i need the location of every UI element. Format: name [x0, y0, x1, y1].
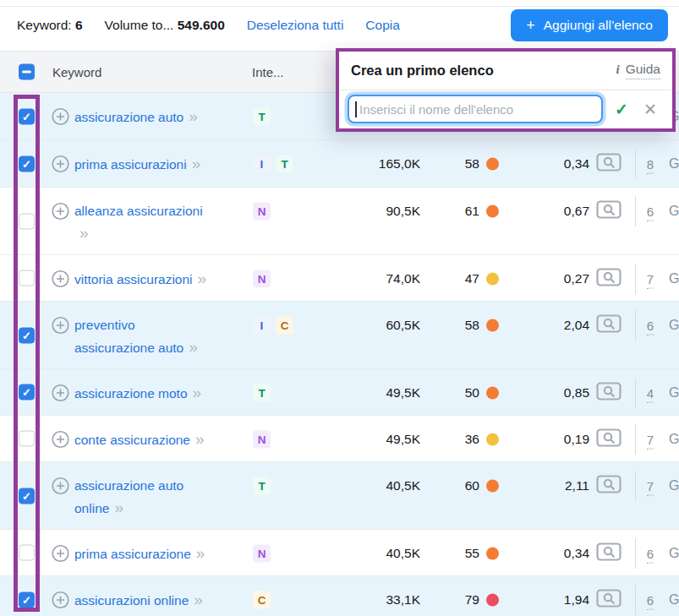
kd-dot — [486, 319, 499, 332]
row-checkbox[interactable] — [19, 431, 35, 447]
table-row: vittoria assicurazioni» N 74,0K 47 0,27 … — [0, 255, 679, 302]
serp-features-count[interactable]: 7 — [639, 479, 661, 493]
popup-title: Crea un primo elenco — [351, 63, 494, 79]
table-row: ✓ assicurazione autoonline» T 40,5K 60 2… — [0, 462, 679, 530]
copy-link[interactable]: Copia — [365, 18, 400, 33]
cpc-value: 0,19 — [517, 432, 589, 447]
row-checkbox[interactable]: ✓ — [19, 108, 35, 124]
keyword-link[interactable]: assicurazioni online» — [74, 589, 242, 612]
serp-preview-icon[interactable] — [596, 267, 622, 291]
column-header-keyword[interactable]: Keyword — [52, 65, 101, 79]
keyword-link[interactable]: conte assicurazione» — [74, 428, 242, 451]
volume-value: 49,5K — [342, 385, 420, 401]
kd-dot — [486, 548, 499, 560]
row-checkbox[interactable]: ✓ — [19, 327, 35, 343]
volume-value: 40,5K — [342, 546, 420, 561]
row-checkbox[interactable] — [19, 213, 35, 229]
g-column-glyph: G — [669, 478, 679, 493]
expand-arrows-icon[interactable]: » — [189, 107, 196, 125]
kd-dot — [486, 387, 499, 400]
add-keyword-icon[interactable] — [52, 591, 69, 609]
keyword-link[interactable]: prima assicurazioni» — [74, 153, 242, 176]
intent-badges: IT — [253, 155, 293, 173]
keyword-link[interactable]: alleanza assicurazioni» — [74, 200, 242, 245]
keyword-link[interactable]: preventivoassicurazione auto» — [74, 314, 242, 359]
table-row: ✓ preventivoassicurazione auto» IC 60,5K… — [0, 302, 679, 369]
expand-arrows-icon[interactable]: » — [195, 430, 203, 448]
volume-value: 165,0K — [342, 156, 420, 172]
expand-arrows-icon[interactable]: » — [194, 591, 201, 608]
intent-badge-n: N — [253, 203, 271, 221]
table-row: conte assicurazione» N 49,5K 36 0,19 7 G — [0, 416, 679, 462]
kd-value: 50 — [435, 385, 479, 401]
intent-badge-t: T — [253, 384, 271, 402]
list-name-input[interactable] — [348, 95, 603, 123]
serp-features-count[interactable]: 6 — [639, 319, 661, 333]
row-checkbox[interactable]: ✓ — [19, 155, 35, 172]
expand-arrows-icon[interactable]: » — [114, 499, 122, 516]
column-header-intent[interactable]: Inte... — [252, 65, 284, 79]
serp-preview-icon[interactable] — [596, 199, 622, 223]
add-keyword-icon[interactable] — [52, 545, 69, 563]
divider — [635, 378, 636, 408]
add-keyword-icon[interactable] — [52, 108, 69, 126]
deselect-all-link[interactable]: Deseleziona tutti — [247, 18, 344, 33]
add-keyword-icon[interactable] — [52, 431, 69, 449]
intent-badge-n: N — [253, 431, 271, 449]
serp-preview-icon[interactable] — [596, 588, 622, 612]
keyword-link[interactable]: assicurazione moto» — [74, 382, 242, 405]
divider — [635, 196, 636, 226]
select-all-checkbox[interactable] — [19, 64, 35, 80]
keyword-link[interactable]: assicurazione autoonline» — [74, 475, 242, 520]
kd-value: 58 — [435, 318, 479, 333]
intent-badges: N — [253, 545, 271, 563]
intent-badges: C — [253, 591, 271, 609]
add-keyword-icon[interactable] — [52, 203, 69, 221]
serp-features-count[interactable]: 7 — [639, 433, 661, 447]
row-checkbox[interactable]: ✓ — [19, 384, 35, 401]
row-checkbox[interactable] — [19, 545, 35, 561]
serp-features-count[interactable]: 8 — [639, 157, 661, 172]
serp-features-count[interactable]: 6 — [639, 204, 661, 219]
cpc-value: 0,27 — [517, 271, 589, 286]
expand-arrows-icon[interactable]: » — [192, 155, 200, 172]
keyword-link[interactable]: assicurazione auto» — [74, 106, 242, 128]
add-to-list-button[interactable]: + Aggiungi all’elenco — [511, 9, 668, 41]
serp-features-count[interactable]: 4 — [639, 386, 661, 401]
expand-arrows-icon[interactable]: » — [79, 224, 87, 242]
expand-arrows-icon[interactable]: » — [193, 384, 200, 401]
expand-arrows-icon[interactable]: » — [189, 338, 196, 356]
close-icon[interactable]: ✕ — [643, 100, 657, 119]
keyword-link[interactable]: vittoria assicurazioni» — [74, 268, 242, 291]
row-checkbox[interactable] — [19, 270, 35, 286]
serp-preview-icon[interactable] — [596, 152, 622, 176]
row-checkbox[interactable]: ✓ — [19, 591, 35, 608]
add-keyword-icon[interactable] — [52, 384, 69, 402]
serp-features-count[interactable]: 7 — [639, 272, 661, 286]
divider — [635, 471, 636, 501]
expand-arrows-icon[interactable]: » — [198, 270, 205, 287]
intent-badge-n: N — [253, 545, 271, 563]
add-keyword-icon[interactable] — [52, 477, 69, 495]
cpc-value: 0,34 — [517, 546, 589, 561]
serp-preview-icon[interactable] — [596, 542, 622, 565]
serp-preview-icon[interactable] — [596, 381, 622, 405]
add-keyword-icon[interactable] — [52, 317, 69, 335]
add-keyword-icon[interactable] — [52, 270, 69, 288]
add-keyword-icon[interactable] — [52, 155, 69, 173]
serp-features-count[interactable]: 6 — [639, 547, 661, 561]
row-checkbox[interactable]: ✓ — [19, 488, 35, 504]
serp-preview-icon[interactable] — [596, 428, 622, 451]
serp-preview-icon[interactable] — [596, 313, 622, 337]
g-column-glyph: G — [669, 432, 679, 447]
divider — [635, 538, 636, 569]
divider — [635, 424, 636, 455]
expand-arrows-icon[interactable]: » — [196, 544, 204, 562]
guide-link[interactable]: i Guida — [616, 62, 660, 79]
serp-preview-icon[interactable] — [596, 474, 622, 498]
keyword-link[interactable]: prima assicurazione» — [74, 542, 242, 565]
serp-features-count[interactable]: 6 — [639, 593, 661, 608]
confirm-check-icon[interactable]: ✓ — [615, 100, 628, 119]
intent-badge-c: C — [276, 317, 293, 335]
volume-value: 90,5K — [342, 204, 420, 219]
